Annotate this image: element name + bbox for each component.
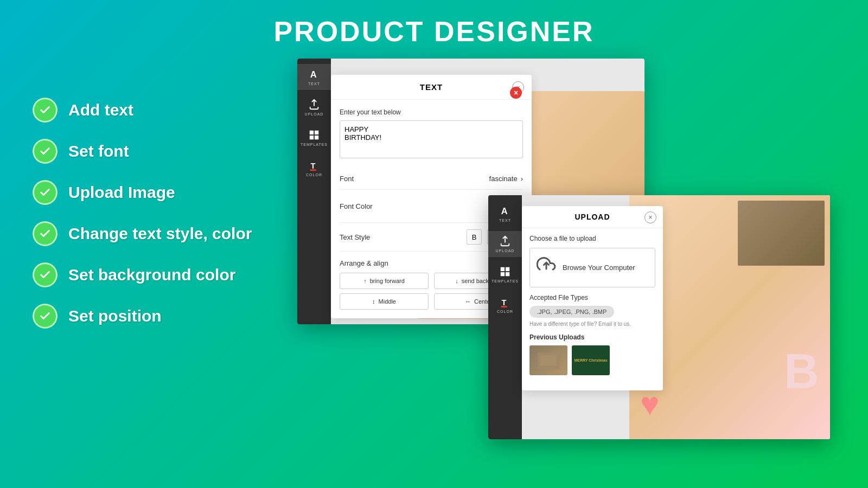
sidebar-item-text[interactable]: A TEXT (297, 64, 331, 90)
bold-button[interactable]: B (467, 229, 482, 245)
sidebar-item-templates[interactable]: TEMPLATES (297, 125, 331, 151)
svg-text:A: A (501, 206, 508, 216)
feature-item: Set background color (33, 262, 252, 287)
center-icon: ↔ (465, 298, 471, 305)
check-icon-add-text (33, 98, 58, 123)
check-icon-bg-color (33, 262, 58, 287)
feature-label-bg-color: Set background color (68, 266, 235, 284)
designer-sidebar: A TEXT UPLOAD TEMPLATES T COLOR (297, 59, 331, 324)
bring-forward-icon: ↑ (363, 278, 367, 284)
svg-rect-11 (506, 272, 509, 276)
upload-canvas-heart: ♥ (640, 386, 660, 423)
thumb-2-text: MERRY Christmas (574, 358, 607, 363)
upload-sidebar-color[interactable]: T COLOR (488, 292, 522, 318)
choose-file-label: Choose a file to upload (529, 235, 655, 242)
upload-sidebar-label-color: COLOR (497, 310, 513, 313)
svg-rect-1 (310, 131, 314, 134)
font-label: Font (340, 175, 354, 183)
text-input[interactable]: HAPPY BIRTHDAY! (340, 120, 523, 158)
upload-sidebar: A TEXT UPLOAD TEMPLATES T COLOR (488, 195, 522, 439)
bring-forward-label: bring forward (370, 278, 405, 284)
upload-sidebar-label-text: TEXT (499, 219, 511, 222)
upload-dialog-title: UPLOAD (575, 213, 610, 221)
feature-item: Set position (33, 304, 252, 329)
email-hint: Have a different type of file? Email it … (529, 321, 655, 327)
feature-item: Add text (33, 98, 252, 123)
feature-item: Set font (33, 139, 252, 164)
font-value[interactable]: fascinate › (489, 175, 523, 183)
check-icon-upload-image (33, 180, 58, 205)
svg-rect-8 (501, 267, 505, 271)
upload-dialog: UPLOAD × Choose a file to upload Browse … (522, 206, 663, 390)
svg-rect-15 (540, 355, 557, 366)
dialog-title: TEXT (420, 82, 443, 92)
dialog-header: TEXT × (331, 75, 532, 100)
sidebar-item-upload[interactable]: UPLOAD (297, 94, 331, 120)
middle-label: Middle (379, 298, 396, 305)
font-row: Font fascinate › (340, 168, 523, 190)
prev-uploads-label: Previous Uploads (529, 333, 655, 341)
font-chevron-icon: › (521, 175, 523, 183)
sidebar-label-color: COLOR (306, 173, 322, 177)
svg-rect-3 (310, 136, 314, 139)
upload-sidebar-templates[interactable]: TEMPLATES (488, 261, 522, 287)
feature-label-set-position: Set position (68, 307, 162, 325)
sidebar-label-templates: TEMPLATES (301, 143, 328, 146)
upload-window: A TEXT UPLOAD TEMPLATES T COLOR B ♥ (488, 195, 830, 439)
accepted-types-label: Accepted File Types (529, 294, 655, 301)
check-icon-set-font (33, 139, 58, 164)
upload-sidebar-text[interactable]: A TEXT (488, 201, 522, 227)
feature-label-set-font: Set font (68, 142, 129, 160)
browse-computer-button[interactable]: Browse Your Computer (529, 248, 655, 287)
feature-item: Change text style, color (33, 221, 252, 246)
svg-rect-10 (501, 272, 505, 276)
upload-sidebar-upload[interactable]: UPLOAD (488, 231, 522, 257)
prev-upload-thumb-1[interactable] (529, 345, 567, 375)
page-title: PRODUCT DESIGNER (0, 0, 868, 48)
upload-sidebar-label-upload: UPLOAD (496, 249, 515, 253)
upload-content: B ♥ UPLOAD × Choose a file to upload (522, 195, 830, 439)
prev-uploads-grid: MERRY Christmas (529, 345, 655, 375)
upload-sidebar-label-templates: TEMPLATES (492, 279, 519, 283)
middle-button[interactable]: ↕ Middle (340, 293, 429, 310)
upload-canvas-b: B (784, 347, 819, 396)
middle-icon: ↕ (372, 298, 375, 305)
bring-forward-button[interactable]: ↑ bring forward (340, 273, 429, 289)
font-name: fascinate (489, 175, 518, 183)
prev-upload-thumb-2[interactable]: MERRY Christmas (572, 345, 610, 375)
sidebar-item-color[interactable]: T COLOR (297, 155, 331, 181)
svg-rect-13 (501, 306, 507, 307)
upload-dialog-body: Choose a file to upload Browse Your Comp… (522, 228, 663, 382)
svg-text:T: T (311, 162, 316, 170)
font-color-label: Font Color (340, 202, 373, 210)
send-backward-icon: ↓ (455, 278, 458, 284)
feature-item: Upload Image (33, 180, 252, 205)
delete-badge[interactable]: × (510, 87, 522, 99)
feature-label-add-text: Add text (68, 101, 133, 119)
browse-label: Browse Your Computer (563, 264, 635, 272)
svg-rect-2 (315, 131, 318, 134)
upload-dialog-close-button[interactable]: × (644, 211, 656, 223)
file-types-badge: .JPG, .JPEG, .PNG, .BMP (529, 306, 614, 318)
text-field-label: Enter your text below (340, 108, 523, 116)
feature-list: Add text Set font Upload Image Change te… (33, 98, 252, 329)
check-icon-change-style (33, 221, 58, 246)
cloud-upload-icon (537, 256, 556, 279)
svg-text:A: A (310, 69, 317, 79)
upload-dialog-header: UPLOAD × (522, 206, 663, 228)
svg-rect-9 (506, 267, 509, 271)
text-style-label: Text Style (340, 233, 370, 241)
feature-label-change-style: Change text style, color (68, 224, 252, 243)
svg-rect-6 (310, 169, 316, 171)
svg-rect-4 (315, 136, 318, 139)
sidebar-label-upload: UPLOAD (305, 112, 324, 116)
upload-canvas-photo (738, 201, 825, 266)
sidebar-label-text: TEXT (308, 82, 320, 86)
check-icon-set-position (33, 304, 58, 329)
feature-label-upload-image: Upload Image (68, 183, 175, 202)
svg-text:T: T (502, 298, 507, 307)
